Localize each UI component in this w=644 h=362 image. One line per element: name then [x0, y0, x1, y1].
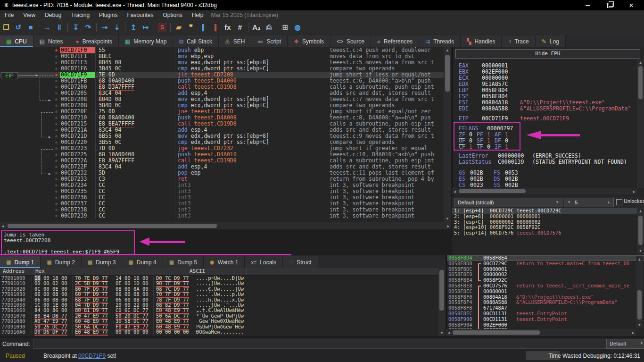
calculator-button[interactable]: ⊞ — [279, 21, 291, 34]
calling-convention-select[interactable]: Default (stdcall)▼ — [454, 198, 562, 207]
run-button[interactable]: → — [41, 21, 53, 34]
functions-button[interactable]: fx — [222, 21, 234, 34]
breakpoint-dot[interactable]: ● — [53, 66, 60, 72]
menu-tracing[interactable]: Tracing — [66, 12, 95, 18]
restart-button[interactable]: ↺ — [12, 21, 25, 34]
tab-breakpoints[interactable]: ●Breakpoints — [69, 35, 119, 47]
run-until-return-button[interactable]: ↥ — [127, 21, 140, 34]
stack-row[interactable]: 0058F904002EF000 — [447, 322, 644, 328]
stack-row[interactable]: 0058F8FC00CD1131teeest.EntryPoint — [447, 311, 644, 317]
menu-options[interactable]: Options — [158, 12, 187, 18]
run-to-user-code-button[interactable]: ⇢ — [99, 21, 111, 34]
tab-struct[interactable]: ⁙Struct — [283, 256, 318, 268]
registers-vscrollbar[interactable]: ▲ — [637, 59, 644, 188]
dump-row[interactable]: 77D910A0D0 D6 DF 77E0 48 E9 7700 00 00 0… — [0, 329, 446, 335]
minimize-button[interactable] — [577, 0, 599, 10]
scroll-right-icon[interactable]: ► — [631, 331, 635, 335]
tab-trace[interactable]: ⁖Trace — [502, 35, 535, 47]
breakpoint-dot[interactable]: ● — [53, 127, 60, 133]
hide-fpu-button[interactable]: Hide FPU — [455, 49, 640, 59]
disasm-row[interactable]: ●00CD7239CCint3int 3, software breakpoin… — [0, 213, 444, 219]
breakpoint-dot[interactable]: ● — [53, 72, 60, 78]
menu-file[interactable]: File — [0, 12, 18, 18]
tab-source[interactable]: <>Source — [330, 35, 371, 47]
scroll-down-icon[interactable]: ▼ — [636, 323, 643, 327]
breakpoint-dot[interactable]: ● — [53, 59, 60, 66]
breakpoint-dot[interactable]: ● — [53, 115, 60, 121]
disassembly-view[interactable]: ●00CD71F055push ebpteeest.c:4 push word,… — [0, 47, 444, 222]
registers-hscrollbar[interactable]: ◄ ► — [452, 188, 637, 194]
tab-cpu[interactable]: ▦CPU — [0, 35, 33, 47]
scroll-left-icon[interactable]: ◄ — [447, 331, 451, 335]
breakpoint-dot[interactable]: ● — [53, 213, 60, 219]
bookmarks-button[interactable]: ∥ — [209, 21, 222, 34]
breakpoint-dot[interactable]: ● — [53, 182, 60, 188]
stack-row[interactable]: 0058F8D800CD729Creturn to teeest.main+C … — [447, 261, 644, 267]
disasm-vscrollbar[interactable]: ▲ ▼ — [444, 47, 451, 222]
open-file-button[interactable]: ❒ — [0, 21, 12, 34]
breakpoint-dot[interactable]: ● — [53, 207, 60, 213]
tab-threads[interactable]: ⇉Threads — [419, 35, 461, 47]
tab-dump-1[interactable]: ▦Dump 1 — [0, 256, 41, 268]
step-over-button[interactable]: ↷ — [82, 21, 94, 34]
scroll-up-icon[interactable]: ▲ — [444, 48, 451, 52]
dump-vscrollbar[interactable]: ▼ — [438, 268, 446, 336]
breakpoint-dot[interactable]: ● — [53, 176, 60, 182]
spinner-up-icon[interactable]: ▲ — [607, 198, 611, 207]
menu-favourites[interactable]: Favourites — [122, 12, 158, 18]
tab-watch-1[interactable]: ◉Watch 1 — [204, 256, 245, 268]
scroll-right-icon[interactable]: ► — [632, 190, 636, 194]
pause-button[interactable]: ‖ — [53, 21, 66, 34]
scroll-right-icon[interactable]: ► — [446, 224, 450, 228]
comments-button[interactable]: ❞ — [185, 21, 197, 34]
scroll-left-icon[interactable]: ◄ — [453, 190, 457, 194]
breakpoint-dot[interactable]: ● — [53, 188, 60, 194]
stack-hscrollbar[interactable]: ◄ ► — [446, 329, 636, 336]
stack-row[interactable]: 0058F8E40058F92C — [447, 278, 644, 283]
arguments-pane[interactable]: 1: [esp+4] 00CD729C teeest.00CD729C2: [e… — [452, 208, 644, 254]
arg-row[interactable]: 5: [esp+14] 00CD7576 teeest.00CD7576 — [452, 230, 644, 236]
breakpoint-dot[interactable]: ● — [53, 53, 60, 59]
scroll-down-icon[interactable]: ▼ — [444, 217, 451, 221]
disasm-hscrollbar[interactable]: ◄ ► — [0, 222, 451, 229]
tab-notes[interactable]: ▤Notes — [33, 35, 70, 47]
labels-button[interactable]: ∥ — [197, 21, 209, 34]
breakpoint-dot[interactable]: ● — [53, 133, 60, 139]
breakpoint-dot[interactable]: ● — [53, 170, 60, 176]
tab-dump-4[interactable]: ▦Dump 4 — [122, 256, 163, 268]
breakpoint-dot[interactable]: ● — [53, 84, 60, 90]
breakpoint-dot[interactable]: ● — [53, 158, 60, 164]
breakpoint-dot[interactable]: ● — [53, 102, 60, 109]
tab-memory-map[interactable]: ▦Memory Map — [119, 35, 173, 47]
step-out-button[interactable]: ⇣ — [111, 21, 123, 34]
tab-dump-2[interactable]: ▦Dump 2 — [41, 256, 81, 268]
scroll-down-icon[interactable]: ▼ — [637, 249, 644, 253]
spinner-down-icon[interactable]: ▼ — [567, 198, 571, 207]
attach-button[interactable]: ⎙ — [263, 21, 275, 34]
tab-references[interactable]: ⌕References — [371, 35, 419, 47]
stack-row[interactable]: 0058F8F40080A588&"ALLUSERSPROFILE=C:\\Pr… — [447, 300, 644, 305]
stack-row[interactable]: 0058F8F000804A18&"D:\\Project\\teeest.ex… — [447, 295, 644, 300]
website-button[interactable]: ◍ — [291, 21, 304, 34]
dump-view[interactable]: Address Hex ASCII 77D9100016 00 18 0070 … — [0, 268, 446, 336]
scroll-up-icon[interactable]: ▲ — [637, 209, 644, 213]
scroll-up-icon[interactable]: ▲ — [637, 60, 644, 65]
string-references-button[interactable]: # — [234, 21, 246, 34]
breakpoint-dot[interactable]: ● — [53, 164, 60, 170]
stop-button[interactable]: ■ — [25, 21, 37, 34]
scroll-left-icon[interactable]: ◄ — [1, 224, 5, 228]
tab-seh[interactable]: ⚠SEH — [219, 35, 251, 47]
tab-dump-5[interactable]: ▦Dump 5 — [163, 256, 204, 268]
unlocked-checkbox[interactable] — [616, 199, 622, 205]
breakpoint-dot[interactable]: ● — [53, 109, 60, 115]
breakpoint-dot[interactable]: ● — [53, 139, 60, 145]
breakpoint-dot[interactable]: ● — [53, 90, 60, 96]
arguments-vscrollbar[interactable]: ▲ ▼ — [637, 208, 644, 254]
font-size-button[interactable]: A₂ — [250, 21, 263, 34]
menu-debug[interactable]: Debug — [40, 12, 66, 18]
command-input[interactable] — [33, 339, 609, 349]
stack-vscrollbar[interactable]: ▲ ▼ — [636, 256, 643, 328]
menu-help[interactable]: Help — [187, 12, 208, 18]
stack-view[interactable]: 0058F8D40058F8E40058F8D800CD729Creturn t… — [446, 255, 644, 336]
breakpoint-dot[interactable]: ● — [53, 78, 60, 84]
